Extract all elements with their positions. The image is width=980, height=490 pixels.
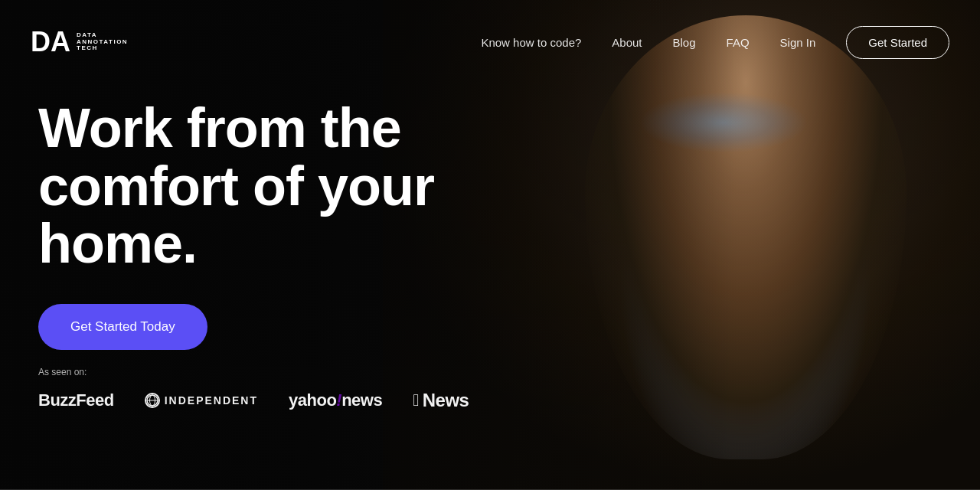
logo-text: DATA ANNOTATION TECH xyxy=(77,32,128,52)
logo-line-3: TECH xyxy=(77,45,128,52)
apple-news-logo:  News xyxy=(413,390,469,411)
independent-globe-icon xyxy=(145,393,160,408)
hero-content: Work from thecomfort of yourhome. Get St… xyxy=(0,84,475,411)
logo[interactable]: D A DATA ANNOTATION TECH xyxy=(31,28,128,56)
as-seen-on-label: As seen on: xyxy=(38,367,436,377)
apple-news-text: News xyxy=(423,390,469,411)
nav-get-started-button[interactable]: Get Started xyxy=(846,26,949,59)
apple-icon:  xyxy=(413,390,419,410)
nav-faq[interactable]: FAQ xyxy=(727,36,750,49)
navbar: D A DATA ANNOTATION TECH Know how to cod… xyxy=(0,0,980,84)
nav-links: Know how to code? About Blog FAQ Sign In… xyxy=(481,26,949,59)
get-started-today-button[interactable]: Get Started Today xyxy=(38,304,207,350)
nav-know-how-to-code[interactable]: Know how to code? xyxy=(481,36,581,49)
nav-blog[interactable]: Blog xyxy=(673,36,696,49)
hero-headline: Work from thecomfort of yourhome. xyxy=(38,100,436,273)
logo-a: A xyxy=(51,28,67,56)
logo-icon: D A xyxy=(31,28,67,56)
nav-about[interactable]: About xyxy=(612,36,642,49)
buzzfeed-logo: BuzzFeed xyxy=(38,390,114,410)
nav-sign-in[interactable]: Sign In xyxy=(780,36,816,49)
press-logos: BuzzFeed INDEPENDENT yahoo!news  News xyxy=(38,390,436,411)
yahoo-news-logo: yahoo!news xyxy=(289,390,382,410)
independent-logo: INDEPENDENT xyxy=(145,393,258,408)
logo-d: D xyxy=(31,28,49,56)
independent-text: INDEPENDENT xyxy=(165,394,258,407)
